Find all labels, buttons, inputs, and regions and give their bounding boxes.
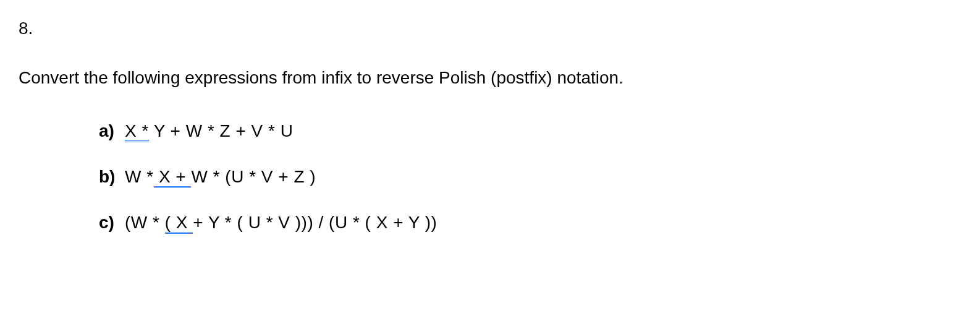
item-label: c) <box>99 213 125 233</box>
item-expression: (W * ( X + Y * ( U * V ))) / (U * ( X + … <box>125 213 437 233</box>
item-expression: W * X + W * (U * V + Z ) <box>125 167 316 187</box>
spell-underline: X * <box>125 121 149 141</box>
expression-prefix: (W * <box>125 213 165 232</box>
expression-rest: + Y * ( U * V ))) / (U * ( X + Y )) <box>193 213 437 232</box>
expression-rest: Y + W * Z + V * U <box>149 121 294 140</box>
item-c: c) (W * ( X + Y * ( U * V ))) / (U * ( X… <box>99 213 980 233</box>
spell-underline: X + <box>154 167 192 187</box>
problem-number: 8. <box>19 19 980 38</box>
item-b: b) W * X + W * (U * V + Z ) <box>99 167 980 187</box>
item-expression: X * Y + W * Z + V * U <box>125 121 293 141</box>
item-label: b) <box>99 167 125 187</box>
item-a: a) X * Y + W * Z + V * U <box>99 121 980 141</box>
expression-rest: W * (U * V + Z ) <box>191 167 316 186</box>
items-list: a) X * Y + W * Z + V * U b) W * X + W * … <box>19 121 980 233</box>
problem-instruction: Convert the following expressions from i… <box>19 68 980 88</box>
expression-prefix: W * <box>125 167 154 186</box>
spell-underline: ( X <box>165 213 193 233</box>
item-label: a) <box>99 121 125 141</box>
